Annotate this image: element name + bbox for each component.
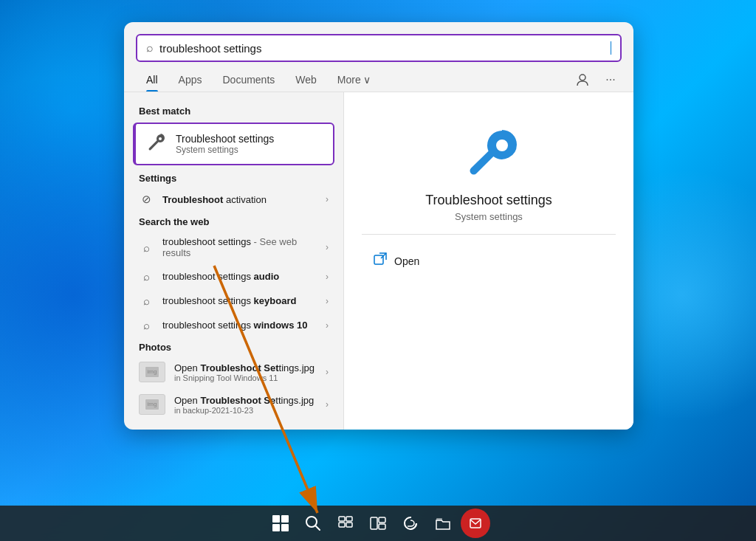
result-item-web-2[interactable]: ⌕ troubleshoot settings audio › <box>124 264 343 289</box>
settings-icon: ⊘ <box>139 193 154 206</box>
open-external-icon <box>374 252 387 269</box>
search-panel: ⌕ troubleshoot settings All Apps Documen… <box>124 22 633 430</box>
chevron-down-icon: ∨ <box>363 74 371 86</box>
result-text-web-4: troubleshoot settings windows 10 <box>162 320 317 331</box>
svg-rect-19 <box>436 518 442 520</box>
tab-more[interactable]: More ∨ <box>327 68 381 92</box>
web-section-label: Search the web <box>124 212 343 230</box>
tab-more-label: More <box>337 74 361 86</box>
svg-rect-18 <box>379 524 385 529</box>
svg-rect-16 <box>371 517 377 529</box>
best-match-subtitle: System settings <box>176 145 274 155</box>
taskbar-edge[interactable] <box>396 509 425 538</box>
svg-point-2 <box>580 75 585 80</box>
search-cursor <box>611 41 611 55</box>
wrench-icon <box>146 131 167 156</box>
tab-apps[interactable]: Apps <box>168 68 213 92</box>
result-item-web-4[interactable]: ⌕ troubleshoot settings windows 10 › <box>124 313 343 337</box>
ellipsis-icon: ··· <box>605 73 615 86</box>
detail-title: Troubleshoot settings <box>425 193 551 208</box>
svg-rect-15 <box>346 523 352 527</box>
search-bar-wrapper: ⌕ troubleshoot settings <box>124 22 633 62</box>
search-input[interactable]: troubleshoot settings <box>159 42 605 55</box>
result-text-activation: Troubleshoot activation <box>162 194 317 205</box>
task-view-icon <box>337 515 354 531</box>
svg-rect-12 <box>339 517 345 521</box>
tabs-actions: ··· <box>571 69 622 91</box>
tab-web[interactable]: Web <box>285 68 327 92</box>
search-web-icon-1: ⌕ <box>139 241 154 254</box>
profile-button[interactable] <box>571 69 594 91</box>
svg-rect-13 <box>346 517 352 521</box>
file-explorer-icon <box>435 516 451 531</box>
person-icon <box>576 73 589 86</box>
detail-open-label: Open <box>394 255 419 267</box>
chevron-right-icon-6: › <box>326 367 329 377</box>
result-text-web-1: troubleshoot settings - See web results <box>162 236 317 258</box>
svg-line-11 <box>316 526 320 531</box>
main-content: Best match Troubleshoot settings System … <box>124 92 633 430</box>
result-text-photo-1: Open Troubleshoot Settings.jpg in Snippi… <box>174 362 317 382</box>
tab-all[interactable]: All <box>136 68 168 92</box>
result-text-photo-2: Open Troubleshoot Settings.jpg in backup… <box>174 395 317 415</box>
svg-rect-14 <box>339 523 345 527</box>
taskbar-search[interactable] <box>298 509 328 538</box>
result-text-web-3: troubleshoot settings keyboard <box>162 295 317 306</box>
result-item-photo-2[interactable]: img Open Troubleshoot Settings.jpg in ba… <box>124 388 343 421</box>
result-item-web-1[interactable]: ⌕ troubleshoot settings - See web result… <box>124 230 343 264</box>
result-item-photo-1[interactable]: img Open Troubleshoot Settings.jpg in Sn… <box>124 356 343 388</box>
chevron-right-icon-2: › <box>326 242 329 252</box>
taskbar-search-icon <box>305 515 321 531</box>
svg-rect-17 <box>379 517 385 523</box>
detail-wrench-icon <box>459 122 518 181</box>
more-options-button[interactable]: ··· <box>599 69 622 91</box>
search-web-icon-2: ⌕ <box>139 270 154 283</box>
best-match-item[interactable]: Troubleshoot settings System settings <box>133 123 334 165</box>
taskbar-email[interactable] <box>461 509 490 538</box>
taskbar-snap-layout[interactable] <box>363 509 393 538</box>
chevron-right-icon-5: › <box>326 320 329 331</box>
taskbar-task-view[interactable] <box>331 509 360 538</box>
detail-icon-wrap <box>459 122 518 181</box>
search-bar[interactable]: ⌕ troubleshoot settings <box>136 34 622 62</box>
detail-divider <box>362 234 616 235</box>
detail-subtitle: System settings <box>455 211 523 222</box>
result-text-web-2: troubleshoot settings audio <box>162 271 317 282</box>
snap-layout-icon <box>370 517 386 530</box>
detail-open-button[interactable]: Open <box>362 247 616 275</box>
chevron-right-icon: › <box>326 194 329 204</box>
result-item-web-3[interactable]: ⌕ troubleshoot settings keyboard › <box>124 289 343 313</box>
tabs-row: All Apps Documents Web More ∨ ··· <box>124 62 633 92</box>
tab-documents[interactable]: Documents <box>212 68 285 92</box>
taskbar-windows-start[interactable] <box>266 509 295 538</box>
photo-thumb-2: img <box>139 394 165 415</box>
chevron-right-icon-7: › <box>326 399 329 410</box>
settings-section-label: Settings <box>124 168 343 187</box>
best-match-title: Troubleshoot settings <box>176 133 274 145</box>
svg-rect-20 <box>470 519 481 528</box>
photos-section-label: Photos <box>124 337 343 356</box>
result-item-troubleshoot-activation[interactable]: ⊘ Troubleshoot activation › <box>124 187 343 212</box>
chevron-right-icon-4: › <box>326 296 329 306</box>
taskbar <box>0 506 756 541</box>
right-panel: Troubleshoot settings System settings Op… <box>343 92 633 430</box>
chevron-right-icon-3: › <box>326 272 329 282</box>
photo-thumb-1: img <box>139 362 165 382</box>
svg-text:img: img <box>148 368 157 375</box>
windows-logo-icon <box>272 515 289 531</box>
email-icon <box>470 518 481 528</box>
search-icon: ⌕ <box>146 41 154 55</box>
edge-icon <box>402 515 419 531</box>
best-match-text: Troubleshoot settings System settings <box>176 133 274 155</box>
search-web-icon-3: ⌕ <box>139 294 154 307</box>
svg-text:img: img <box>148 401 157 407</box>
left-panel: Best match Troubleshoot settings System … <box>124 92 343 430</box>
best-match-label: Best match <box>124 101 343 120</box>
search-web-icon-4: ⌕ <box>139 319 154 331</box>
taskbar-file-explorer[interactable] <box>428 509 458 538</box>
